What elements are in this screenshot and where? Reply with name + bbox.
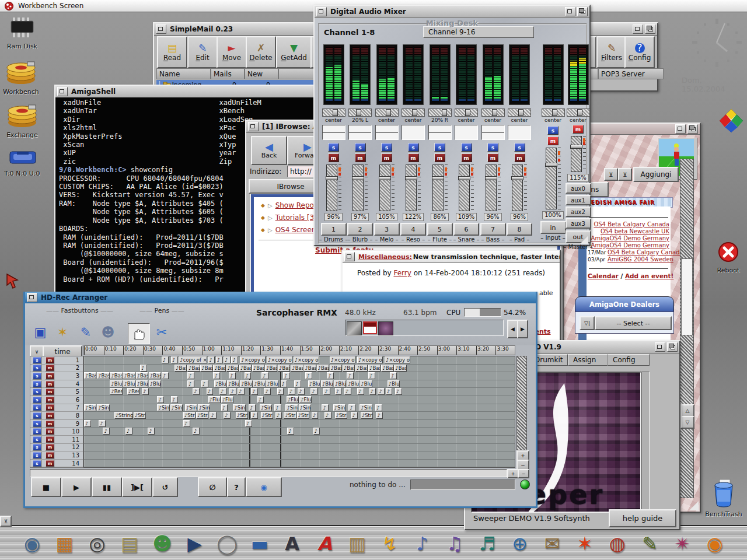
track-mute-button[interactable]: m: [46, 365, 54, 372]
scroll-down-icon[interactable]: ▽: [680, 416, 694, 429]
clip[interactable]: ♪Bas: [394, 365, 406, 372]
clip[interactable]: ♪: [140, 365, 147, 372]
hdrec-title-bar[interactable]: HD-Rec Arranger: [25, 292, 536, 304]
clip[interactable]: ♪: [324, 412, 331, 419]
clip[interactable]: ♪: [313, 428, 320, 435]
clip[interactable]: ♪Bas: [343, 365, 355, 372]
desktop-icon-workbench[interactable]: Workbench: [0, 61, 42, 96]
acrobat-reader-icon[interactable]: A: [310, 529, 339, 558]
input-solo-button[interactable]: s: [547, 126, 558, 135]
tab-config[interactable]: Config: [608, 354, 650, 366]
clip[interactable]: ♪Sin: [84, 404, 96, 411]
image-viewer-eye-icon[interactable]: ◉: [18, 529, 47, 558]
track-mute-button[interactable]: m: [46, 444, 54, 451]
file-cabinet-icon[interactable]: ▤: [115, 529, 144, 558]
clip[interactable]: ♪Blu: [240, 380, 252, 387]
clip[interactable]: ♪Bas: [317, 365, 329, 372]
track-solo-button[interactable]: s: [33, 452, 41, 459]
clip[interactable]: ♪: [335, 388, 342, 395]
clip[interactable]: ♪Blu: [334, 380, 346, 387]
column-header-pop3-server[interactable]: POP3 Server: [598, 68, 664, 79]
clip[interactable]: ♪Blu: [266, 380, 278, 387]
installer-mascot-icon[interactable]: ☻: [148, 529, 177, 558]
track-mute-button[interactable]: m: [46, 356, 54, 363]
pause-button[interactable]: ▮▮: [92, 477, 122, 497]
aux1-button[interactable]: aux1: [566, 195, 591, 205]
pan-slider[interactable]: [567, 108, 590, 117]
cd-burner-icon[interactable]: ◉: [700, 529, 729, 558]
dealers-select-value[interactable]: -- Select --: [595, 316, 672, 330]
track-mute-button[interactable]: m: [46, 460, 54, 467]
zoom-icon[interactable]: [675, 124, 686, 134]
clip[interactable]: ♪: [347, 372, 354, 379]
clip[interactable]: ♪Flu: [221, 396, 233, 403]
volume-fader[interactable]: [432, 164, 444, 211]
track-lane-3[interactable]: ♪Bas♪Bas♪Bas♪Bas♪Bas♪Bas♪♪♪♪♪♪♪♪♪♪♪♪: [84, 372, 515, 380]
volume-fader[interactable]: [546, 148, 557, 209]
track-mute-button[interactable]: m: [46, 404, 54, 411]
input-button[interactable]: in: [540, 221, 566, 234]
track-lane-11[interactable]: [84, 436, 515, 444]
scissors-icon[interactable]: ✂: [152, 323, 171, 341]
clip[interactable]: ♪: [357, 388, 364, 395]
stop-button[interactable]: ■: [31, 477, 61, 497]
clip[interactable]: ♪Res: [127, 388, 139, 395]
clip[interactable]: ♪Res: [110, 388, 122, 395]
save-icon[interactable]: ▣: [31, 323, 50, 341]
track-mute-button[interactable]: m: [46, 380, 54, 387]
clip[interactable]: ♪Bas: [381, 365, 393, 372]
clip[interactable]: ♪: [351, 412, 358, 419]
aux0-button[interactable]: aux0: [566, 183, 591, 194]
sweeper-plugin-icon[interactable]: [378, 321, 393, 335]
dealers-select[interactable]: ▽| -- Select --: [580, 316, 672, 330]
channel-number-button[interactable]: 3: [374, 223, 400, 236]
clip[interactable]: ♪: [376, 412, 383, 419]
magic-wand-icon[interactable]: ✶: [53, 323, 72, 341]
news-category[interactable]: Miscellaneous:: [358, 253, 412, 261]
clip[interactable]: ♪: [251, 388, 258, 395]
track-lane-6[interactable]: ♪♪♪Flu♪Flu♪♪Flu♪Flu: [84, 396, 515, 404]
track-mute-button[interactable]: m: [46, 388, 54, 396]
depth-icon[interactable]: [645, 24, 655, 34]
clip[interactable]: ♪: [99, 420, 106, 427]
clip[interactable]: ♪: [229, 388, 236, 395]
arranger-lanes[interactable]: ♪♪♪copy of ×♪♪♪♪♪×copy of♪×copy of♪×copy…: [83, 356, 515, 468]
track-lane-14[interactable]: [84, 460, 515, 468]
clip[interactable]: ♪Blu: [227, 380, 239, 387]
repeat-button[interactable]: ↺: [152, 477, 178, 497]
desktop-icon-reboot[interactable]: Reboot: [707, 240, 747, 274]
desktop-icon-tray[interactable]: T:0 N:0 U:0: [1, 147, 43, 177]
clip[interactable]: ♪: [245, 420, 252, 427]
clip[interactable]: ♪: [386, 388, 393, 395]
clip[interactable]: ♪Sin: [260, 404, 272, 411]
clip[interactable]: ♪Str: [183, 412, 196, 419]
track-lane-4[interactable]: ♪Blu♪Blu♪Blu♪Blu♪♪♪Blu♪Blu♪Blu♪Blu♪Blu♪♪…: [84, 380, 515, 388]
track-mute-button[interactable]: m: [46, 372, 54, 379]
clip[interactable]: ♪: [305, 372, 312, 379]
pan-slider[interactable]: [375, 108, 399, 117]
track-lane-5[interactable]: ♪Res♪Res♪♪♪♪♪♪♪♪♪♪♪♪♪♪♪♪♪♪♪♪: [84, 388, 515, 396]
channel-number-button[interactable]: 8: [507, 223, 532, 236]
toolbar-read-button[interactable]: ▤Read: [157, 36, 187, 68]
clip[interactable]: ♪Str: [335, 412, 347, 419]
clip[interactable]: ♪Bas: [97, 372, 109, 379]
toolbar-move-button[interactable]: ►Move: [217, 36, 247, 68]
clip[interactable]: ♪Sin: [170, 404, 183, 411]
mute-button[interactable]: m: [461, 153, 472, 162]
clip[interactable]: ♪Blu: [214, 380, 226, 387]
clip[interactable]: ♪Bas: [303, 365, 316, 372]
clip[interactable]: ♪: [238, 388, 245, 395]
clip[interactable]: ♪: [171, 356, 178, 363]
clip[interactable]: ♪: [283, 372, 290, 379]
clip[interactable]: ♪: [368, 372, 375, 379]
tab-channel-9-16[interactable]: Channel 9-16: [423, 26, 534, 38]
diamond-prefs-icon[interactable]: [719, 108, 743, 133]
master-mute-button[interactable]: m: [573, 125, 584, 134]
clip[interactable]: ♪Bas: [368, 365, 381, 372]
volume-fader[interactable]: [486, 164, 497, 211]
help-guide-button[interactable]: help guide: [609, 509, 676, 527]
dropdown-chevron-icon[interactable]: ⊻: [604, 168, 618, 181]
clip[interactable]: ♪: [390, 372, 397, 379]
channel-number-button[interactable]: 7: [480, 223, 506, 236]
clip[interactable]: ♪: [213, 372, 220, 379]
